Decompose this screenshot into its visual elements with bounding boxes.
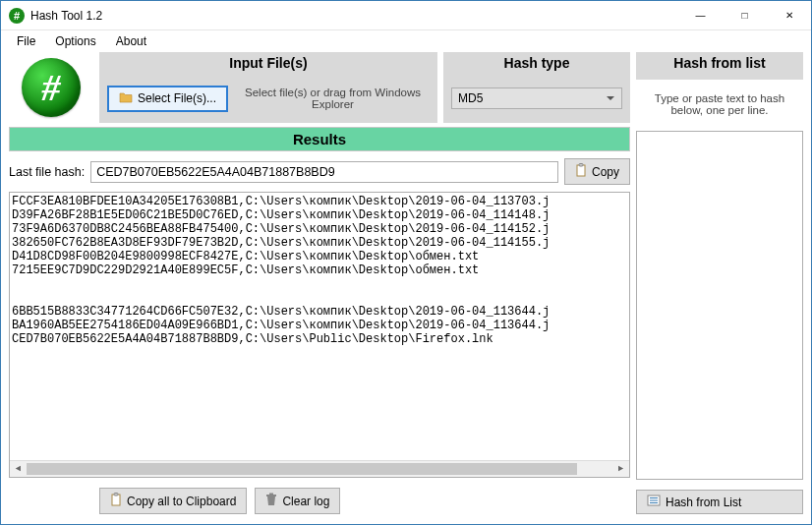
hashfromlist-button-label: Hash from List <box>666 496 741 509</box>
menubar: File Options About <box>1 30 811 52</box>
svg-rect-0 <box>577 165 585 176</box>
hashtype-panel: Hash type MD5 <box>443 52 630 123</box>
scroll-thumb[interactable] <box>27 463 577 475</box>
app-icon: # <box>9 8 25 24</box>
content: # Input File(s) Select File(s)... Select… <box>1 52 811 524</box>
copy-button[interactable]: Copy <box>564 158 630 185</box>
hashfromlist-header: Hash from list <box>636 52 803 74</box>
window-title: Hash Tool 1.2 <box>30 9 678 23</box>
hashtype-value: MD5 <box>458 91 483 105</box>
list-icon <box>647 495 661 509</box>
menu-about[interactable]: About <box>106 32 156 50</box>
scroll-right-icon[interactable]: ► <box>612 461 629 477</box>
copy-label: Copy <box>592 165 619 179</box>
scroll-track[interactable] <box>27 461 612 477</box>
app-logo: # <box>9 52 93 123</box>
hashfromlist-textarea[interactable] <box>636 131 803 480</box>
clear-log-button[interactable]: Clear log <box>255 488 340 514</box>
close-button[interactable]: ✕ <box>767 1 811 29</box>
svg-rect-2 <box>112 495 120 505</box>
folder-icon <box>119 91 133 106</box>
clipboard-icon <box>110 493 122 509</box>
svg-rect-5 <box>269 494 273 496</box>
copy-all-label: Copy all to Clipboard <box>127 495 236 508</box>
menu-options[interactable]: Options <box>45 32 105 50</box>
titlebar: # Hash Tool 1.2 — □ ✕ <box>1 1 811 30</box>
last-hash-row: Last file hash: Copy <box>9 155 630 188</box>
scroll-left-icon[interactable]: ◄ <box>10 461 27 477</box>
hashfromlist-button[interactable]: Hash from List <box>636 490 803 514</box>
maximize-button[interactable]: □ <box>723 1 767 29</box>
right-column: Hash from list Type or paste text to has… <box>636 52 803 514</box>
horizontal-scrollbar[interactable]: ◄ ► <box>10 460 629 477</box>
results-log[interactable]: FCCF3EA810BFDEE10A34205E176308B1,C:\User… <box>9 192 630 478</box>
clipboard-icon <box>575 163 587 180</box>
input-files-hint: Select file(s) or drag from Windows Expl… <box>236 85 430 112</box>
last-hash-label: Last file hash: <box>9 165 85 179</box>
menu-file[interactable]: File <box>7 32 45 50</box>
results-header: Results <box>9 127 630 151</box>
hash-icon: # <box>22 58 81 117</box>
hashfromlist-hint: Type or paste text to hash below, one pe… <box>636 84 803 127</box>
input-files-panel: Input File(s) Select File(s)... Select f… <box>99 52 437 123</box>
select-files-label: Select File(s)... <box>138 91 216 105</box>
last-hash-input[interactable] <box>90 161 558 183</box>
svg-rect-4 <box>266 495 276 496</box>
hashtype-header: Hash type <box>443 52 630 74</box>
copy-all-button[interactable]: Copy all to Clipboard <box>99 488 247 514</box>
top-row: # Input File(s) Select File(s)... Select… <box>9 52 630 123</box>
results-log-text: FCCF3EA810BFDEE10A34205E176308B1,C:\User… <box>12 195 550 346</box>
trash-icon <box>265 493 277 509</box>
svg-rect-1 <box>579 164 583 167</box>
clear-log-label: Clear log <box>282 495 329 508</box>
hashtype-select[interactable]: MD5 <box>451 88 622 109</box>
input-files-header: Input File(s) <box>99 52 437 74</box>
left-column: # Input File(s) Select File(s)... Select… <box>9 52 630 514</box>
results-buttons: Copy all to Clipboard Clear log <box>9 482 630 514</box>
select-files-button[interactable]: Select File(s)... <box>107 86 228 112</box>
hashfromlist-panel: Hash from list <box>636 52 803 80</box>
svg-rect-3 <box>114 494 118 496</box>
minimize-button[interactable]: — <box>678 1 723 29</box>
